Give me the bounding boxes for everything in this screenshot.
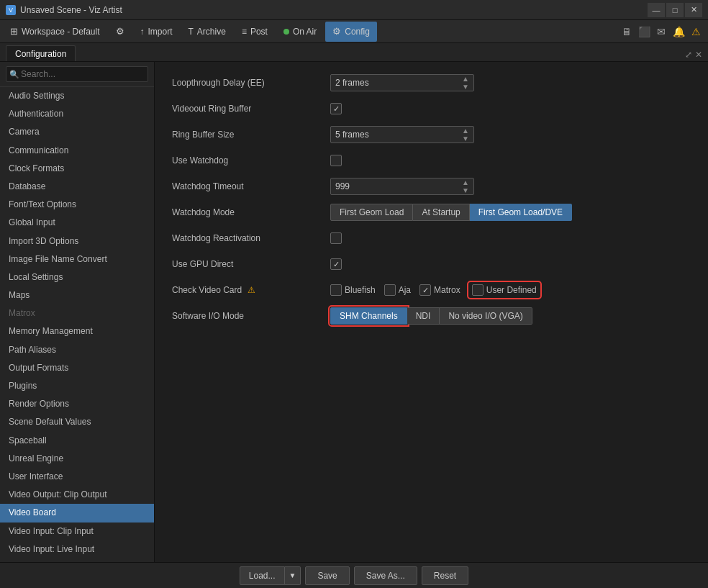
watchdog-timeout-row: Watchdog Timeout 999 ▲▼ [172, 177, 691, 196]
sidebar-item-database[interactable]: Database [0, 178, 154, 196]
matrox-checkbox[interactable] [419, 284, 431, 296]
loopthrough-delay-value: 2 frames [335, 78, 369, 88]
sidebar-item-video-output-clip-output[interactable]: Video Output: Clip Output [0, 486, 154, 504]
matrox-label: Matrox [434, 285, 460, 295]
sidebar-item-path-aliases[interactable]: Path Aliases [0, 341, 154, 359]
sidebar-item-local-settings[interactable]: Local Settings [0, 268, 154, 286]
watchdog-mode-group: First Geom Load At Startup First Geom Lo… [330, 204, 572, 221]
bell-icon[interactable]: 🔔 [672, 25, 685, 38]
sidebar-item-user-interface[interactable]: User Interface [0, 468, 154, 486]
main-layout: 🔍 Audio SettingsAuthenticationCameraComm… [0, 62, 708, 562]
use-watchdog-label: Use Watchdog [172, 155, 330, 166]
watchdog-timeout-label: Watchdog Timeout [172, 181, 330, 191]
menu-bar: ⊞ Workspace - Default ⚙ ↑ Import T Archi… [0, 20, 708, 43]
software-io-mode-row: Software I/O Mode SHM Channels NDI No vi… [172, 307, 691, 325]
sidebar-item-output-formats[interactable]: Output Formats [0, 359, 154, 377]
monitor-icon[interactable]: 🖥 [620, 25, 633, 38]
search-icon: 🔍 [9, 70, 19, 79]
at-startup-button[interactable]: At Startup [413, 204, 469, 221]
spin-arrows: ▲▼ [462, 178, 469, 194]
minimize-button[interactable]: — [648, 3, 665, 17]
sidebar-item-render-options[interactable]: Render Options [0, 395, 154, 413]
sidebar-item-spaceball[interactable]: Spaceball [0, 432, 154, 450]
sidebar-item-scene-default-values[interactable]: Scene Default Values [0, 413, 154, 431]
use-watchdog-row: Use Watchdog [172, 151, 691, 170]
watchdog-reactivation-checkbox[interactable] [330, 232, 342, 244]
watchdog-timeout-value: 999 [335, 181, 350, 191]
sidebar-items-list: Audio SettingsAuthenticationCameraCommun… [0, 87, 154, 562]
reset-button[interactable]: Reset [422, 566, 468, 585]
save-as-button[interactable]: Save As... [354, 566, 417, 585]
workspace-menu[interactable]: ⊞ Workspace - Default [3, 22, 107, 42]
title-bar: V Unsaved Scene - Viz Artist — □ ✕ [0, 0, 708, 20]
sidebar-item-audio-settings[interactable]: Audio Settings [0, 87, 154, 105]
content-area: Loopthrough Delay (EE) 2 frames ▲▼ Video… [155, 62, 708, 562]
watchdog-reactivation-row: Watchdog Reactivation [172, 229, 691, 248]
videoout-ring-buffer-checkbox[interactable] [330, 103, 342, 114]
warning-header-icon[interactable]: ⚠ [689, 25, 702, 38]
bluefish-checkbox[interactable] [330, 284, 342, 296]
onair-dot [283, 29, 289, 35]
matrox-checkbox-group: Matrox [419, 284, 460, 296]
use-watchdog-checkbox[interactable] [330, 155, 342, 166]
archive-label: Archive [197, 27, 226, 37]
sidebar-item-font-text-options[interactable]: Font/Text Options [0, 196, 154, 214]
load-button-split: Load... ▼ [240, 566, 301, 585]
sidebar-item-plugins[interactable]: Plugins [0, 377, 154, 395]
import-menu[interactable]: ↑ Import [133, 22, 180, 42]
archive-menu[interactable]: T Archive [181, 22, 233, 42]
bluefish-label: Bluefish [345, 285, 376, 295]
watchdog-reactivation-label: Watchdog Reactivation [172, 233, 330, 243]
sidebar-item-unreal-engine[interactable]: Unreal Engine [0, 450, 154, 468]
sidebar-item-video-board[interactable]: Video Board [0, 504, 154, 522]
maximize-button[interactable]: □ [666, 3, 684, 17]
shm-channels-button[interactable]: SHM Channels [330, 307, 407, 325]
sidebar-item-camera[interactable]: Camera [0, 123, 154, 141]
no-video-io-button[interactable]: No video I/O (VGA) [440, 307, 532, 325]
tab-close-icon[interactable]: ✕ [695, 50, 702, 60]
sidebar-item-clock-formats[interactable]: Clock Formats [0, 160, 154, 178]
dropdown-arrow-2: ▲▼ [462, 127, 469, 143]
ndi-button[interactable]: NDI [407, 307, 440, 325]
load-dropdown-arrow[interactable]: ▼ [285, 566, 301, 585]
post-label: Post [250, 27, 268, 37]
post-icon: ≡ [242, 27, 247, 37]
use-gpu-direct-checkbox[interactable] [330, 258, 342, 270]
import-icon: ↑ [140, 27, 145, 37]
use-gpu-direct-label: Use GPU Direct [172, 259, 330, 269]
user-defined-checkbox[interactable] [472, 284, 484, 296]
sidebar-item-video-input-clip-input[interactable]: Video Input: Clip Input [0, 523, 154, 540]
sidebar-item-maps[interactable]: Maps [0, 286, 154, 304]
settings-menu[interactable]: ⚙ [109, 22, 132, 42]
ring-buffer-size-control: 5 frames ▲▼ [330, 126, 474, 143]
aja-checkbox-group: Aja [384, 284, 411, 296]
sidebar-item-import-3d-options[interactable]: Import 3D Options [0, 232, 154, 250]
loopthrough-delay-dropdown[interactable]: 2 frames ▲▼ [330, 74, 474, 91]
ring-buffer-size-dropdown[interactable]: 5 frames ▲▼ [330, 126, 474, 143]
onair-menu[interactable]: On Air [276, 22, 324, 42]
first-geom-load-button[interactable]: First Geom Load [330, 204, 413, 221]
post-menu[interactable]: ≡ Post [235, 22, 275, 42]
first-geom-load-dve-button[interactable]: First Geom Load/DVE [470, 204, 572, 221]
sidebar-item-authentication[interactable]: Authentication [0, 105, 154, 123]
search-input[interactable] [6, 66, 148, 82]
aja-checkbox[interactable] [384, 284, 396, 296]
config-icon: ⚙ [332, 26, 341, 37]
software-io-mode-label: Software I/O Mode [172, 311, 330, 321]
sidebar-item-image-file-name-convert[interactable]: Image File Name Convert [0, 250, 154, 268]
sidebar-item-video-input-live-input[interactable]: Video Input: Live Input [0, 540, 154, 558]
mail-icon[interactable]: ✉ [655, 25, 668, 38]
display-icon[interactable]: ⬛ [637, 25, 650, 38]
load-button[interactable]: Load... [240, 566, 285, 585]
sidebar-item-global-input[interactable]: Global Input [0, 214, 154, 232]
configuration-tab[interactable]: Configuration [6, 45, 76, 61]
loopthrough-delay-control: 2 frames ▲▼ [330, 74, 474, 91]
expand-icon[interactable]: ⤢ [685, 50, 692, 60]
sidebar-item-communication[interactable]: Communication [0, 142, 154, 160]
sidebar-item-memory-management[interactable]: Memory Management [0, 322, 154, 340]
close-button[interactable]: ✕ [685, 3, 702, 17]
config-menu[interactable]: ⚙ Config [325, 22, 377, 42]
save-button[interactable]: Save [305, 566, 349, 585]
app-icon: V [6, 5, 16, 15]
watchdog-timeout-input[interactable]: 999 ▲▼ [330, 178, 474, 195]
